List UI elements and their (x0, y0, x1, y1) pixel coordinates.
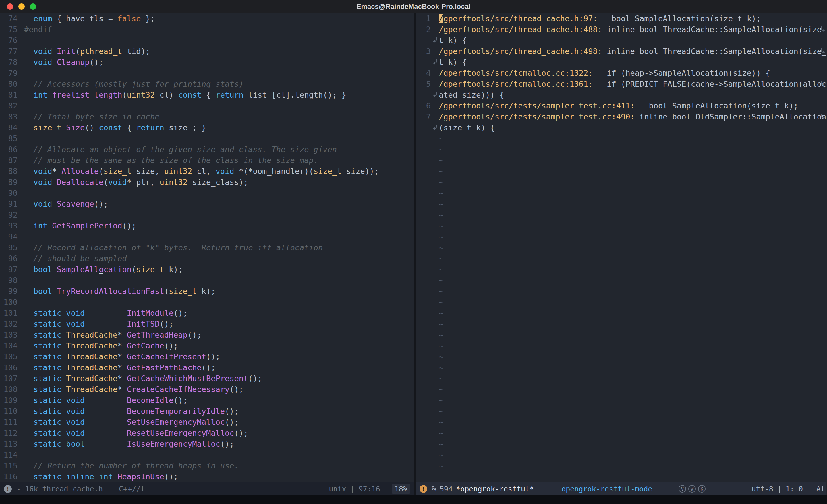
eol-indicator[interactable]: unix (329, 485, 346, 493)
empty-line[interactable]: ~ (416, 460, 827, 471)
empty-line[interactable]: ~ (416, 340, 827, 351)
empty-line[interactable]: ~ (416, 231, 827, 242)
empty-line[interactable]: ~ (416, 395, 827, 406)
source-window[interactable]: 74 enum { have_tls = false };75#endif767… (0, 13, 415, 482)
wrapped-line[interactable]: ated_size))) { (416, 90, 827, 100)
empty-line[interactable]: ~ (416, 330, 827, 340)
empty-line[interactable]: ~ (416, 286, 827, 297)
code-line[interactable]: 105 static ThreadCache* GetCacheIfPresen… (0, 351, 415, 362)
empty-line[interactable]: ~ (416, 144, 827, 155)
empty-line[interactable]: ~ (416, 449, 827, 460)
code-line[interactable]: 97 bool SampleAllocation(size_t k); (0, 264, 415, 275)
code-line[interactable]: 101 static void InitModule(); (0, 308, 415, 318)
code-line[interactable]: 90 (0, 188, 415, 199)
result-line[interactable]: 5/gperftools/src/tcmalloc.cc:1361: if (P… (416, 79, 827, 90)
empty-line[interactable]: ~ (416, 362, 827, 373)
close-button[interactable] (7, 3, 13, 10)
empty-line[interactable]: ~ (416, 155, 827, 166)
empty-line[interactable]: ~ (416, 177, 827, 188)
read-only-indicator[interactable]: % (432, 485, 436, 493)
empty-line[interactable]: ~ (416, 242, 827, 253)
empty-line[interactable]: ~ (416, 427, 827, 439)
code-line[interactable]: 83 // Total byte size in cache (0, 111, 415, 122)
wrapped-line[interactable]: t k) { (416, 57, 827, 68)
code-line[interactable]: 84 size_t Size() const { return size_; } (0, 122, 415, 133)
result-line[interactable]: 1/gperftools/src/thread_cache.h:97: bool… (416, 13, 827, 24)
code-line[interactable]: 94 (0, 231, 415, 242)
empty-line[interactable]: ~ (416, 297, 827, 308)
empty-line[interactable]: ~ (416, 133, 827, 144)
empty-line[interactable]: ~ (416, 417, 827, 427)
code-line[interactable]: 80 // Accessors (mostly just for printin… (0, 79, 415, 90)
code-line[interactable]: 86 // Allocate an object of the given si… (0, 144, 415, 155)
major-mode-indicator[interactable]: C++//l (119, 485, 145, 493)
code-line[interactable]: 93 int GetSamplePeriod(); (0, 220, 415, 231)
empty-line[interactable]: ~ (416, 439, 827, 449)
wrapped-line[interactable]: (size_t k) { (416, 122, 827, 133)
code-line[interactable]: 116 static inline int HeapsInUse(); (0, 471, 415, 482)
code-line[interactable]: 89 void Deallocate(void* ptr, uint32 siz… (0, 177, 415, 188)
code-line[interactable]: 95 // Record allocation of "k" bytes. Re… (0, 242, 415, 253)
wrapped-line[interactable]: t k) { (416, 35, 827, 46)
encoding-indicator[interactable]: utf-8 (751, 485, 773, 493)
code-line[interactable]: 74 enum { have_tls = false }; (0, 13, 415, 24)
code-line[interactable]: 87 // must be the same as the size of th… (0, 155, 415, 166)
code-line[interactable]: 114 (0, 449, 415, 460)
code-line[interactable]: 112 static void ResetUseEmergencyMalloc(… (0, 427, 415, 439)
result-line[interactable]: 3/gperftools/src/thread_cache.h:498: inl… (416, 46, 827, 57)
empty-line[interactable]: ~ (416, 209, 827, 220)
code-line[interactable]: 92 (0, 209, 415, 220)
code-line[interactable]: 109 static void BecomeIdle(); (0, 395, 415, 406)
fullscreen-button[interactable] (30, 3, 36, 10)
empty-line[interactable]: ~ (416, 275, 827, 286)
code-line[interactable]: 113 static bool IsUseEmergencyMalloc(); (0, 439, 415, 449)
result-line[interactable]: 6/gperftools/src/tests/sampler_test.cc:4… (416, 100, 827, 111)
minimize-button[interactable] (18, 3, 25, 10)
code-line[interactable]: 96 // should be sampled (0, 253, 415, 264)
source-buffer: 74 enum { have_tls = false };75#endif767… (0, 13, 415, 482)
empty-line[interactable]: ~ (416, 384, 827, 395)
empty-line[interactable]: ~ (416, 188, 827, 199)
line-number: 75 (0, 24, 17, 35)
code-line[interactable]: 81 int freelist_length(uint32 cl) const … (0, 90, 415, 100)
result-line[interactable]: 4/gperftools/src/tcmalloc.cc:1322: if (h… (416, 68, 827, 79)
code-line[interactable]: 102 static void InitTSD(); (0, 318, 415, 330)
code-line[interactable]: 106 static ThreadCache* GetFastPathCache… (0, 362, 415, 373)
code-line[interactable]: 111 static void SetUseEmergencyMalloc(); (0, 417, 415, 427)
major-mode-indicator[interactable]: opengrok-restful-mode (562, 485, 652, 493)
code-line[interactable]: 88 void* Allocate(size_t size, uint32 cl… (0, 166, 415, 177)
code-line[interactable]: 108 static ThreadCache* CreateCacheIfNec… (0, 384, 415, 395)
fringe (431, 231, 439, 242)
code-line[interactable]: 76 (0, 35, 415, 46)
code-line[interactable]: 91 void Scavenge(); (0, 199, 415, 209)
code-line[interactable]: 79 (0, 68, 415, 79)
line-number (416, 460, 431, 471)
search-results-window[interactable]: 1/gperftools/src/thread_cache.h:97: bool… (416, 13, 827, 482)
code-line[interactable]: 107 static ThreadCache* GetCacheWhichMus… (0, 373, 415, 384)
empty-line[interactable]: ~ (416, 406, 827, 417)
empty-line[interactable]: ~ (416, 253, 827, 264)
empty-line[interactable]: ~ (416, 264, 827, 275)
result-line[interactable]: 2/gperftools/src/thread_cache.h:488: inl… (416, 24, 827, 35)
empty-line[interactable]: ~ (416, 318, 827, 330)
code-line[interactable]: 98 (0, 275, 415, 286)
empty-line[interactable]: ~ (416, 373, 827, 384)
code-line[interactable]: 77 void Init(pthread_t tid); (0, 46, 415, 57)
code-line[interactable]: 115 // Return the number of thread heaps… (0, 460, 415, 471)
code-line[interactable]: 104 static ThreadCache* GetCache(); (0, 340, 415, 351)
empty-line[interactable]: ~ (416, 351, 827, 362)
empty-line[interactable]: ~ (416, 199, 827, 209)
code-line[interactable]: 85 (0, 133, 415, 144)
code-line[interactable]: 82 (0, 100, 415, 111)
empty-line[interactable]: ~ (416, 220, 827, 231)
code-line[interactable]: 103 static ThreadCache* GetThreadHeap(); (0, 330, 415, 340)
code-line[interactable]: 78 void Cleanup(); (0, 57, 415, 68)
code-line[interactable]: 100 (0, 297, 415, 308)
empty-line[interactable]: ~ (416, 166, 827, 177)
empty-line[interactable]: ~ (416, 308, 827, 318)
code-line[interactable]: 75#endif (0, 24, 415, 35)
code-line[interactable]: 99 bool TryRecordAllocationFast(size_t k… (0, 286, 415, 297)
result-line[interactable]: 7/gperftools/src/tests/sampler_test.cc:4… (416, 111, 827, 122)
code-line[interactable]: 110 static void BecomeTemporarilyIdle(); (0, 406, 415, 417)
echo-area[interactable] (0, 495, 827, 504)
